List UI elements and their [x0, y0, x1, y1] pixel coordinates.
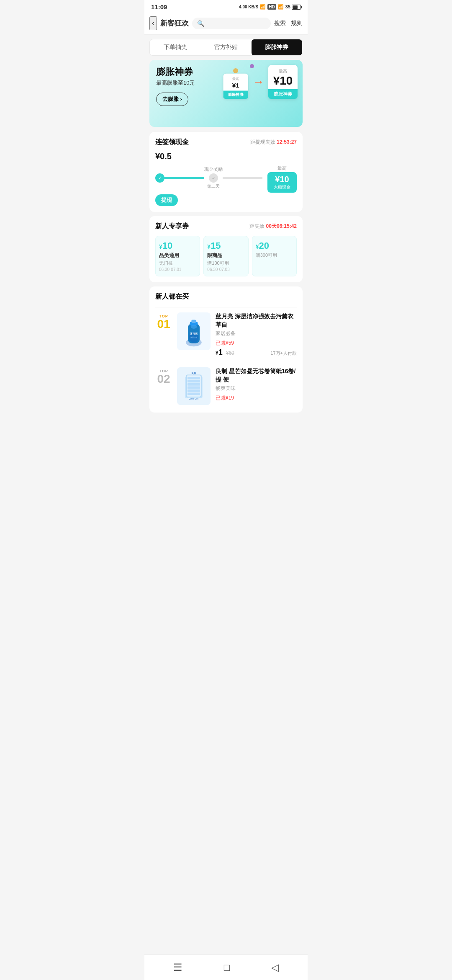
progress-node-1: ✓ [155, 173, 164, 183]
products-title: 新人都在买 [155, 292, 297, 301]
product-item-1[interactable]: TOP 01 蓝月亮 深层洁净 蓝月亮 深层洁净强效去污薰衣草自 家居必备 已减… [155, 307, 297, 362]
coupon-timer: 距失效 00天06:15:42 [249, 223, 297, 230]
product-price-1: ¥1 [216, 348, 223, 357]
coupons-row: ¥10 品类通用 无门槛 06.30-07.01 ¥15 限商品 满100可用 … [155, 236, 297, 276]
current-amount: ¥0.5 [155, 152, 262, 161]
status-time: 11:09 [151, 3, 167, 10]
card2-top-label: 最高 [272, 68, 293, 74]
svg-text:蓝月亮: 蓝月亮 [190, 332, 198, 335]
progress-line-gray [223, 177, 262, 179]
withdraw-button[interactable]: 提现 [155, 194, 178, 206]
product-name-1: 蓝月亮 深层洁净强效去污薰衣草自 [216, 312, 297, 329]
product-info-2: 良制 星芒如昼无芯卷筒纸16卷/提 便 畅爽美味 已减¥19 [216, 367, 297, 405]
coupon1-type: 品类通用 [159, 252, 196, 259]
rules-button[interactable]: 规则 [291, 20, 303, 27]
checkin-section: 连签领现金 距提现失效 12:53:27 ¥0.5 ✓ 现金奖励 ✓ 第 [149, 132, 303, 212]
product-info-1: 蓝月亮 深层洁净强效去污薰衣草自 家居必备 已减¥59 ¥1 ¥60 17万+人… [216, 312, 297, 357]
svg-rect-14 [187, 386, 200, 389]
coupon-section-header: 新人专享券 距失效 00天06:15:42 [155, 222, 297, 231]
coupon-card-large: 最高 ¥10 膨胀神券 [268, 65, 298, 99]
coupon2-amount: ¥15 [207, 240, 244, 251]
progress-line-filled [164, 177, 204, 179]
tab-bar: 下单抽奖 官方补贴 膨胀神券 [149, 39, 303, 56]
coupon-timer-value: 00天06:15:42 [266, 223, 297, 229]
card2-price: ¥10 [272, 75, 293, 87]
coupon-banner: 膨胀神券 最高膨胀至10元 去膨胀 › 最高 ¥1 膨胀神券 → 最高 ¥10 … [149, 60, 303, 127]
product-original-price-1: ¥60 [226, 350, 234, 356]
arrow-icon: → [252, 75, 264, 89]
product-image-1: 蓝月亮 深层洁净 [177, 312, 211, 350]
max-amount: ¥10 [272, 175, 293, 184]
product-tag-2: 畅爽美味 [216, 385, 297, 392]
back-button[interactable]: ‹ [149, 16, 157, 30]
product-discount-2: 已减¥19 [216, 395, 297, 402]
battery-display: 35 [285, 4, 301, 10]
card2-footer: 膨胀神券 [268, 89, 298, 99]
bottom-spacer [144, 417, 308, 446]
wifi-icon: 📶 [260, 4, 266, 10]
network-speed: 4.00 KB/S [239, 5, 258, 9]
max-cash-card: 最高 ¥10 大额现金 [267, 165, 297, 193]
header: ‹ 新客狂欢 🔍 搜索 规则 [144, 12, 308, 35]
product-tag-1: 家居必备 [216, 330, 297, 337]
coupon-section: 新人专享券 距失效 00天06:15:42 ¥10 品类通用 无门槛 06.30… [149, 216, 303, 282]
product-item-2[interactable]: ToP 02 良制 COMFORT 良制 星芒如昼无芯卷筒纸16卷/提 便 [155, 362, 297, 410]
coupon2-condition: 满100可用 [207, 260, 244, 266]
coupon1-condition: 无门槛 [159, 260, 196, 266]
hd-icon: HD [267, 4, 276, 10]
card1-footer: 膨胀神券 [223, 90, 249, 99]
coupon3-amount: ¥20 [256, 240, 293, 251]
coupon3-condition: 满300可用 [256, 252, 293, 258]
node2-label: 第二天 [207, 183, 220, 189]
timer-value: 12:53:27 [277, 139, 297, 145]
checkin-header: 连签领现金 距提现失效 12:53:27 [155, 138, 297, 147]
big-cash-display: ¥10 大额现金 [267, 172, 297, 193]
tab-lottery[interactable]: 下单抽奖 [150, 39, 200, 55]
go-inflate-button[interactable]: 去膨胀 › [156, 93, 188, 106]
search-bar[interactable]: 🔍 [192, 18, 271, 29]
checkin-title: 连签领现金 [155, 138, 189, 147]
status-bar: 11:09 4.00 KB/S 📶 HD 📶 35 [144, 0, 308, 12]
tab-subsidy[interactable]: 官方补贴 [200, 39, 251, 55]
coupon2-date: 06.30-07.03 [207, 267, 244, 272]
signal-icon: 📶 [278, 4, 284, 10]
coupon-item-3[interactable]: ¥20 满300可用 [252, 236, 297, 276]
svg-rect-16 [187, 392, 200, 395]
coupon-card-small: 最高 ¥1 膨胀神券 [223, 74, 249, 99]
coupon-item-2[interactable]: ¥15 限商品 满100可用 06.30-07.03 [203, 236, 248, 276]
progress-node-2: ✓ [209, 173, 218, 183]
svg-rect-11 [187, 377, 200, 379]
product-image-2: 良制 COMFORT [177, 367, 211, 405]
big-cash-label: 大额现金 [272, 184, 293, 190]
products-section: 新人都在买 TOP 01 蓝月亮 深层洁净 蓝月亮 深层洁净强效去污薰衣草自 家… [149, 286, 303, 413]
status-icons: 4.00 KB/S 📶 HD 📶 35 [239, 4, 301, 10]
coupon1-amount: ¥10 [159, 240, 196, 251]
product-price-row-1: ¥1 ¥60 17万+人付款 [216, 348, 297, 357]
product-discount-1: 已减¥59 [216, 340, 297, 347]
card1-top-label: 最高 [227, 76, 245, 81]
search-input[interactable] [207, 20, 266, 26]
search-icon: 🔍 [197, 20, 204, 27]
svg-rect-3 [191, 320, 196, 323]
svg-text:深层洁净: 深层洁净 [190, 336, 197, 338]
svg-point-7 [191, 325, 197, 328]
svg-rect-12 [187, 380, 200, 382]
node-done-icon: ✓ [155, 173, 164, 183]
checkin-timer: 距提现失效 12:53:27 [250, 139, 297, 146]
product-rank-1: TOP 01 [155, 312, 172, 357]
svg-rect-15 [187, 389, 200, 392]
reward-label: 现金奖励 [204, 166, 223, 173]
coupon-section-title: 新人专享券 [155, 222, 189, 231]
coupon-item-1[interactable]: ¥10 品类通用 无门槛 06.30-07.01 [155, 236, 200, 276]
page-title: 新客狂欢 [160, 18, 189, 28]
product-name-2: 良制 星芒如昼无芯卷筒纸16卷/提 便 [216, 367, 297, 384]
coupon2-type: 限商品 [207, 252, 244, 259]
product-rank-2: ToP 02 [155, 367, 172, 405]
product-sales-1: 17万+人付款 [270, 350, 297, 356]
card1-price: ¥1 [227, 82, 245, 88]
search-button[interactable]: 搜索 [274, 20, 286, 27]
svg-text:良制: 良制 [191, 371, 196, 374]
coupon1-date: 06.30-07.01 [159, 267, 196, 272]
svg-text:COMFORT: COMFORT [189, 398, 199, 400]
tab-coupon[interactable]: 膨胀神券 [252, 39, 302, 55]
